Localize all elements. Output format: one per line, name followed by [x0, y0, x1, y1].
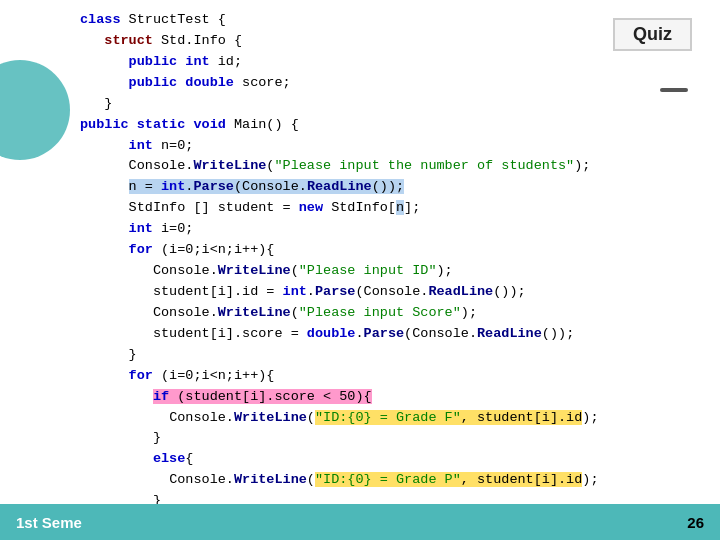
code-line: public int id; — [80, 52, 700, 73]
code-line: student[i].score = double.Parse(Console.… — [80, 324, 700, 345]
code-line: public double score; — [80, 73, 700, 94]
code-line-highlighted-yellow: Console.WriteLine("ID:{0} = Grade P", st… — [80, 470, 700, 491]
code-line: int n=0; — [80, 136, 700, 157]
code-line: class StructTest { — [80, 10, 700, 31]
code-line-highlighted-yellow: Console.WriteLine("ID:{0} = Grade F", st… — [80, 408, 700, 429]
code-line: public static void Main() { — [80, 115, 700, 136]
code-line: } — [80, 94, 700, 115]
code-line: else{ — [80, 449, 700, 470]
code-line: int i=0; — [80, 219, 700, 240]
code-line: } — [80, 428, 700, 449]
decorative-circle — [0, 60, 70, 160]
code-line: } — [80, 345, 700, 366]
code-line: for (i=0;i<n;i++){ — [80, 240, 700, 261]
page-number: 26 — [687, 514, 704, 531]
code-line: Console.WriteLine("Please input Score"); — [80, 303, 700, 324]
code-line-highlighted-pink: if (student[i].score < 50){ — [80, 387, 700, 408]
slide-container: Quiz class StructTest { struct Std.Info … — [0, 0, 720, 540]
semester-label: 1st Seme — [16, 514, 82, 531]
code-line: StdInfo [] student = new StdInfo[n]; — [80, 198, 700, 219]
code-line: student[i].id = int.Parse(Console.ReadLi… — [80, 282, 700, 303]
code-block: class StructTest { struct Std.Info { pub… — [80, 10, 700, 540]
code-line-highlighted: n = int.Parse(Console.ReadLine()); — [80, 177, 700, 198]
code-line: for (i=0;i<n;i++){ — [80, 366, 700, 387]
bottom-bar: 1st Seme 26 — [0, 504, 720, 540]
code-line: struct Std.Info { — [80, 31, 700, 52]
code-line: Console.WriteLine("Please input ID"); — [80, 261, 700, 282]
code-line: Console.WriteLine("Please input the numb… — [80, 156, 700, 177]
